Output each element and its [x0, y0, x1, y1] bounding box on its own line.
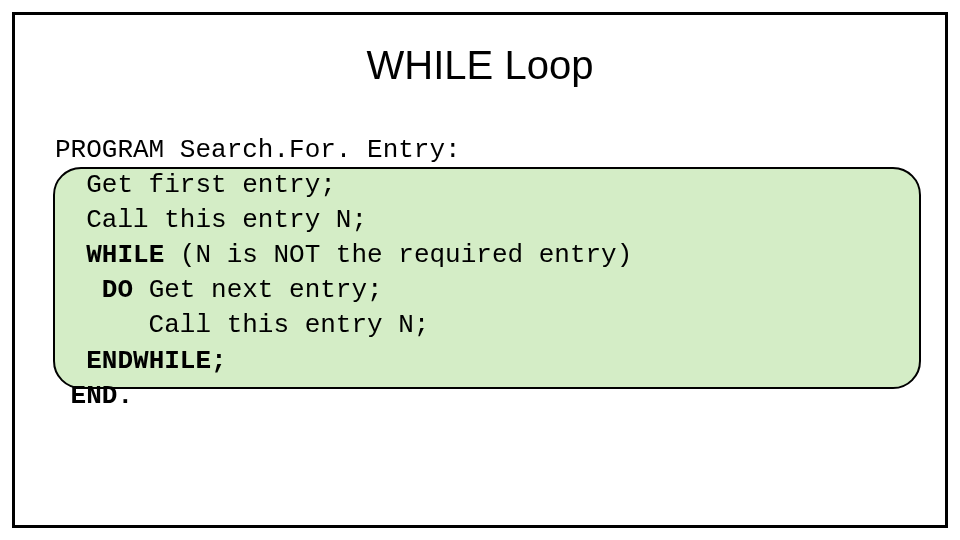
- keyword-while: WHILE: [86, 240, 164, 270]
- code-line-7: ENDWHILE;: [55, 344, 911, 379]
- text: (N is NOT the required entry): [164, 240, 632, 270]
- pseudocode-block: PROGRAM Search.For. Entry: Get first ent…: [55, 133, 911, 414]
- code-line-3: Call this entry N;: [55, 203, 911, 238]
- code-line-5: DO Get next entry;: [55, 273, 911, 308]
- keyword-do: DO: [102, 275, 133, 305]
- text: Search.For. Entry:: [164, 135, 460, 165]
- indent: [55, 346, 86, 376]
- code-line-8: END.: [55, 379, 911, 414]
- keyword-program: PROGRAM: [55, 135, 164, 165]
- keyword-end: END.: [71, 381, 133, 411]
- indent: [55, 240, 86, 270]
- code-line-6: Call this entry N;: [55, 308, 911, 343]
- slide-frame: WHILE Loop PROGRAM Search.For. Entry: Ge…: [12, 12, 948, 528]
- code-line-4: WHILE (N is NOT the required entry): [55, 238, 911, 273]
- code-line-2: Get first entry;: [55, 168, 911, 203]
- text: Get next entry;: [133, 275, 383, 305]
- slide-title: WHILE Loop: [15, 43, 945, 88]
- indent: [55, 275, 102, 305]
- code-line-1: PROGRAM Search.For. Entry:: [55, 133, 911, 168]
- keyword-endwhile: ENDWHILE;: [86, 346, 226, 376]
- indent: [55, 381, 71, 411]
